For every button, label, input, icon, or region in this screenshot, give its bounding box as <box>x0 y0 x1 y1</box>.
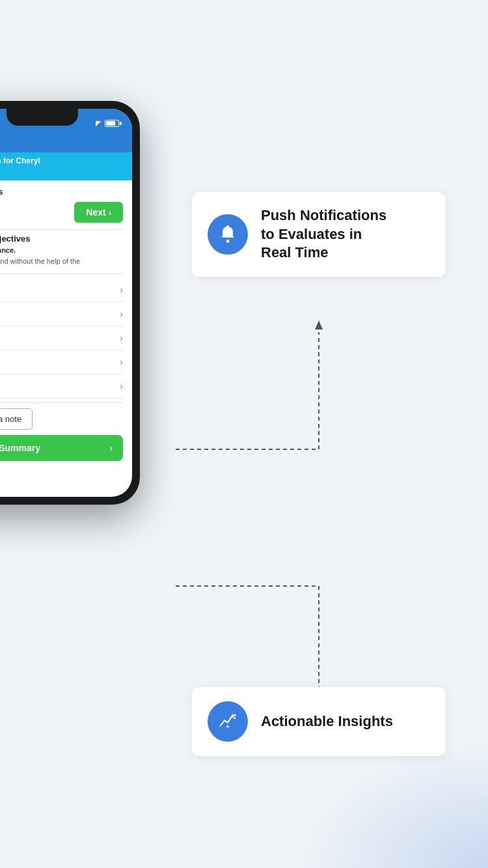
chart-icon-circle <box>208 701 248 742</box>
app-header: tion <box>0 132 132 152</box>
list-row-4[interactable]: › <box>0 350 123 374</box>
divider-2 <box>0 273 123 274</box>
bell-icon-circle <box>208 214 248 255</box>
section-title: eam goals <box>0 187 123 197</box>
push-notifications-title: Push Notificationsto Evaluates inReal Ti… <box>261 206 386 262</box>
bell-icon <box>217 224 238 245</box>
next-chevron-icon: › <box>109 208 111 217</box>
phone-frame: ◤ tion Evaluation for Cheryl rs eam goal… <box>0 101 140 505</box>
chevron-icon-3: › <box>120 333 123 343</box>
connector-lines <box>156 319 481 710</box>
feature-card-2: Actionable Insights <box>192 687 446 756</box>
push-notifications-card: Push Notificationsto Evaluates inReal Ti… <box>192 192 446 277</box>
next-button[interactable]: Next › <box>74 202 123 223</box>
app-subtitle-bar: Evaluation for Cheryl rs <box>0 152 132 180</box>
phone-mockup: ◤ tion Evaluation for Cheryl rs eam goal… <box>0 101 153 785</box>
actionable-insights-title: Actionable Insights <box>261 712 393 731</box>
list-row-2[interactable]: › <box>0 302 123 326</box>
battery-icon <box>105 120 119 127</box>
list-row-1[interactable]: › <box>0 278 123 302</box>
divider-1 <box>0 229 123 230</box>
next-btn-row: 8. Next › <box>0 202 123 223</box>
svg-point-6 <box>226 240 230 243</box>
chevron-icon-4: › <box>120 357 123 367</box>
chevron-icon-5: › <box>120 381 123 391</box>
objectives-body: osed work and without the help of the <box>0 257 123 266</box>
list-row-3[interactable]: › <box>0 326 123 350</box>
phone-notch <box>7 109 78 126</box>
chevron-icon-1: › <box>120 285 123 295</box>
phone-screen: ◤ tion Evaluation for Cheryl rs eam goal… <box>0 109 132 497</box>
background-gradient <box>293 738 488 868</box>
battery-fill <box>106 121 115 126</box>
chevron-icon-2: › <box>120 309 123 319</box>
show-summary-button[interactable]: Show Summary › <box>0 435 123 461</box>
leave-note-button[interactable]: Leave a note <box>0 408 33 430</box>
feature-card-1: Push Notificationsto Evaluates inReal Ti… <box>192 192 446 277</box>
divider-3 <box>0 402 123 403</box>
wifi-icon: ◤ <box>96 119 101 128</box>
svg-point-7 <box>226 225 229 228</box>
objectives-title: anned objectives <box>0 234 123 244</box>
app-content: eam goals 8. Next › anned objectives n o… <box>0 180 132 467</box>
show-summary-chevron-icon: › <box>109 443 113 453</box>
app-title: tion <box>0 136 123 147</box>
list-row-5[interactable]: › <box>0 374 123 399</box>
subtitle-name: Evaluation for Cheryl rs <box>0 156 123 176</box>
svg-marker-2 <box>315 320 323 329</box>
insights-icon <box>217 711 238 732</box>
actionable-insights-card: Actionable Insights <box>192 687 446 756</box>
objectives-subtitle: n or assistance. <box>0 246 123 254</box>
